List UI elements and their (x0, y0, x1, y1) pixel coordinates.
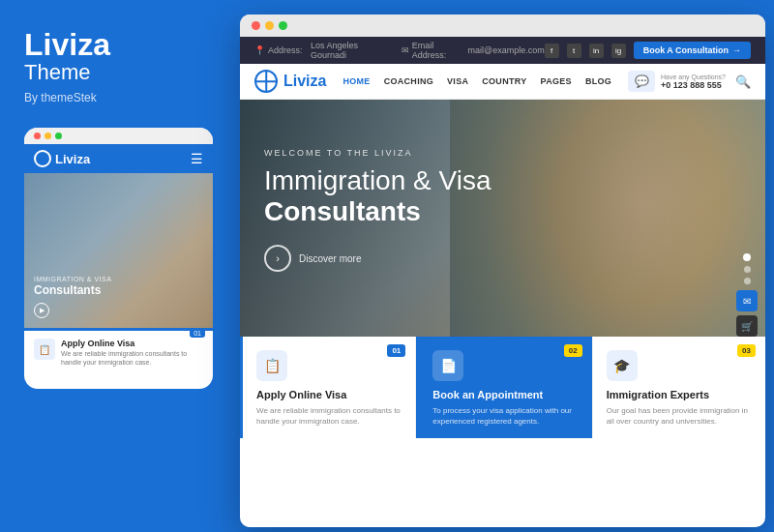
mobile-hero-text: Immigration & Visa Consultants ▶ (34, 275, 203, 318)
floating-icons: ✉ 🛒 (736, 290, 758, 337)
address-label: Address: (268, 45, 303, 55)
card-3-desc: Our goal has been provide immigration in… (607, 405, 752, 427)
nav-contact-text: Have any Questions? +0 123 888 555 (661, 74, 726, 90)
nav-menu: HOME COACHING VISA COUNTRY PAGES BLOG (342, 76, 611, 86)
left-panel: Liviza Theme By themeStek Liviza ☰ Immig… (0, 0, 232, 532)
card-1-icon: 📋 (264, 358, 281, 373)
hero-content: WELCOME TO THE LIVIZA Immigration & Visa… (240, 100, 765, 291)
brand-title: Liviza (24, 29, 208, 60)
card-2-icon-wrap: 📄 (432, 350, 463, 381)
mobile-header: Liviza ☰ (24, 144, 213, 173)
card-3-num: 03 (737, 344, 756, 357)
desktop-dot-red (252, 21, 260, 30)
hero-tagline: WELCOME TO THE LIVIZA (264, 148, 741, 158)
facebook-icon[interactable]: f (545, 44, 559, 58)
nav-globe-icon (254, 70, 278, 93)
card-1-desc: We are reliable immigration consultants … (256, 405, 402, 427)
desktop-dot-yellow (265, 21, 274, 30)
card-3-icon: 🎓 (613, 358, 630, 373)
address-item: 📍 Address: Los Angeles Gournadi (254, 41, 387, 60)
search-icon[interactable]: 🔍 (735, 74, 751, 89)
globe-icon (34, 150, 51, 167)
email-label: Email Address: (412, 41, 460, 60)
hero-cta-text: Discover more (299, 253, 361, 264)
nav-item-country[interactable]: COUNTRY (482, 76, 526, 86)
hamburger-icon[interactable]: ☰ (191, 151, 203, 166)
mobile-play-button[interactable]: ▶ (34, 303, 49, 318)
hero-title-line1: Immigration & Visa (264, 165, 491, 195)
hero-nav-dots (743, 253, 751, 284)
mobile-dot-red (34, 133, 41, 139)
nav-contact: 💬 Have any Questions? +0 123 888 555 (628, 71, 726, 92)
mobile-dot-green (55, 133, 62, 139)
nav-item-pages[interactable]: PAGES (541, 76, 572, 86)
mobile-card-num: 01 (190, 329, 205, 338)
mobile-mockup: Liviza ☰ Immigration & Visa Consultants … (24, 128, 213, 389)
hero-dot-3[interactable] (744, 278, 751, 284)
card-2-icon: 📄 (440, 358, 457, 373)
service-card-2: 02 📄 Book an Appointment To process your… (416, 337, 592, 438)
card-2-num: 02 (564, 344, 582, 357)
card-2-title: Book an Appointment (432, 389, 578, 400)
hero-dot-1[interactable] (743, 253, 751, 261)
hero-cta: › Discover more (264, 245, 741, 272)
top-bar-left: 📍 Address: Los Angeles Gournadi ✉ Email … (254, 41, 545, 60)
linkedin-icon[interactable]: in (589, 44, 604, 58)
mobile-card-content: Apply Online Visa We are reliable immigr… (61, 339, 203, 367)
service-card-3: 03 🎓 Immigration Experts Our goal has be… (593, 337, 765, 438)
service-card-1: 01 📋 Apply Online Visa We are reliable i… (240, 337, 416, 438)
mobile-card-desc: We are reliable immigration consultants … (61, 349, 203, 367)
mobile-dot-yellow (45, 133, 51, 139)
card-1-title: Apply Online Visa (256, 389, 402, 400)
top-bar-right: f t in ig Book A Consultation → (545, 42, 751, 59)
address-value: Los Angeles Gournadi (311, 41, 387, 60)
mobile-heading: Consultants (34, 283, 203, 299)
email-item: ✉ Email Address: mail@example.com (402, 41, 545, 60)
card-1-icon-wrap: 📋 (256, 350, 287, 381)
nav-item-coaching[interactable]: COACHING (384, 76, 433, 86)
nav-right: 💬 Have any Questions? +0 123 888 555 🔍 (628, 71, 751, 92)
mobile-hero: Immigration & Visa Consultants ▶ (24, 173, 213, 328)
nav-logo: Liviza (254, 70, 326, 93)
hero-title: Immigration & Visa Consultants (264, 165, 741, 227)
card-1-num: 01 (387, 344, 405, 357)
card-2-desc: To process your visa application with ou… (432, 405, 578, 427)
float-icon-1[interactable]: ✉ (736, 290, 758, 311)
email-value: mail@example.com (468, 45, 545, 55)
twitter-icon[interactable]: t (567, 44, 581, 58)
mobile-card: 01 📋 Apply Online Visa We are reliable i… (24, 328, 213, 374)
mobile-card-title: Apply Online Visa (61, 339, 203, 348)
nav-item-home[interactable]: HOME (342, 76, 370, 86)
hero-dot-2[interactable] (744, 266, 751, 273)
instagram-icon[interactable]: ig (611, 44, 626, 58)
location-icon: 📍 (254, 45, 265, 55)
nav-item-visa[interactable]: VISA (447, 76, 468, 86)
card-3-icon-wrap: 🎓 (607, 350, 638, 381)
brand-credit: By themeStek (24, 91, 208, 104)
float-icon-cart[interactable]: 🛒 (736, 315, 758, 337)
card-3-title: Immigration Experts (607, 389, 752, 400)
hero-play-button[interactable]: › (264, 245, 291, 272)
mobile-dots (24, 128, 213, 144)
hero-title-line2: Consultants (264, 196, 741, 227)
desktop-dot-green (279, 21, 287, 30)
brand-subtitle: Theme (24, 60, 208, 85)
phone-number: +0 123 888 555 (661, 80, 726, 90)
contact-label: Have any Questions? (661, 74, 726, 80)
chat-icon: 💬 (628, 71, 655, 92)
arrow-icon: → (732, 45, 741, 55)
hero-section: WELCOME TO THE LIVIZA Immigration & Visa… (240, 100, 765, 438)
service-cards: 01 📋 Apply Online Visa We are reliable i… (240, 337, 765, 438)
nav-bar: Liviza HOME COACHING VISA COUNTRY PAGES … (240, 64, 765, 100)
book-consultation-button[interactable]: Book A Consultation → (634, 42, 751, 59)
mobile-card-icon: 📋 (34, 339, 55, 360)
mobile-tagline: Immigration & Visa (34, 275, 203, 283)
nav-item-blog[interactable]: BLOG (585, 76, 611, 86)
mobile-logo: Liviza (34, 150, 90, 167)
email-icon: ✉ (402, 45, 409, 55)
desktop-mockup: 📍 Address: Los Angeles Gournadi ✉ Email … (240, 15, 765, 527)
top-bar: 📍 Address: Los Angeles Gournadi ✉ Email … (240, 37, 765, 64)
desktop-dots (240, 15, 765, 37)
